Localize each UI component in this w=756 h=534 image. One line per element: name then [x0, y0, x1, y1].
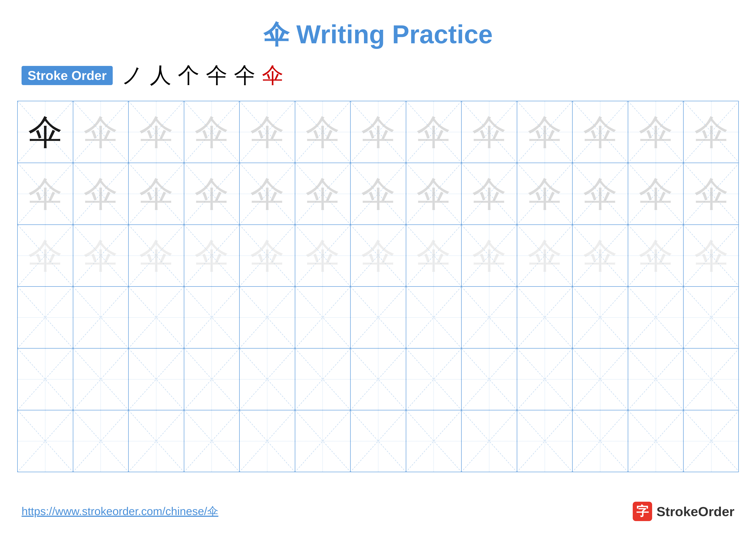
- grid-cell-r1-c7[interactable]: 伞: [351, 101, 406, 163]
- grid-cell-r6-c6[interactable]: [295, 410, 351, 472]
- grid-cell-r4-c10[interactable]: [517, 287, 573, 348]
- grid-cell-r6-c5[interactable]: [240, 410, 295, 472]
- grid-cell-r3-c10[interactable]: 伞: [517, 225, 573, 286]
- grid-cell-r3-c3[interactable]: 伞: [129, 225, 184, 286]
- grid-cell-r2-c10[interactable]: 伞: [517, 163, 573, 224]
- grid-cell-r4-c9[interactable]: [462, 287, 517, 348]
- grid-cell-r2-c12[interactable]: 伞: [628, 163, 684, 224]
- grid-cell-r2-c9[interactable]: 伞: [462, 163, 517, 224]
- grid-cell-r3-c11[interactable]: 伞: [573, 225, 628, 286]
- grid-cell-r6-c7[interactable]: [351, 410, 406, 472]
- grid-cell-r2-c13[interactable]: 伞: [684, 163, 739, 224]
- grid-cell-r1-c13[interactable]: 伞: [684, 101, 739, 163]
- grid-cell-r1-c3[interactable]: 伞: [129, 101, 184, 163]
- svg-line-134: [129, 410, 184, 472]
- grid-cell-r6-c13[interactable]: [684, 410, 739, 472]
- stroke-1: ノ: [121, 61, 143, 90]
- grid-cell-r2-c2[interactable]: 伞: [73, 163, 129, 224]
- svg-line-127: [628, 348, 683, 410]
- grid-cell-r3-c6[interactable]: 伞: [295, 225, 351, 286]
- grid-cell-r1-c11[interactable]: 伞: [573, 101, 628, 163]
- svg-line-132: [73, 410, 128, 472]
- grid-cell-r1-c4[interactable]: 伞: [184, 101, 240, 163]
- grid-cell-r3-c5[interactable]: 伞: [240, 225, 295, 286]
- grid-cell-r5-c4[interactable]: [184, 348, 240, 410]
- grid-cell-r3-c9[interactable]: 伞: [462, 225, 517, 286]
- svg-line-93: [406, 287, 461, 348]
- grid-cell-r5-c1[interactable]: [18, 348, 73, 410]
- grid-cell-r6-c9[interactable]: [462, 410, 517, 472]
- grid-cell-r6-c10[interactable]: [517, 410, 573, 472]
- grid-cell-r6-c3[interactable]: [129, 410, 184, 472]
- cell-char: 伞: [527, 239, 562, 273]
- cell-char: 伞: [305, 115, 340, 149]
- grid-cell-r2-c8[interactable]: 伞: [406, 163, 462, 224]
- grid-cell-r6-c8[interactable]: [406, 410, 462, 472]
- grid-cell-r2-c1[interactable]: 伞: [18, 163, 73, 224]
- grid-cell-r4-c5[interactable]: [240, 287, 295, 348]
- grid-cell-r6-c2[interactable]: [73, 410, 129, 472]
- svg-line-116: [351, 348, 406, 410]
- cell-char: 伞: [28, 115, 63, 149]
- svg-line-85: [184, 287, 239, 348]
- cell-char: 伞: [361, 115, 395, 149]
- grid-cell-r1-c9[interactable]: 伞: [462, 101, 517, 163]
- grid-cell-r4-c3[interactable]: [129, 287, 184, 348]
- grid-cell-r2-c5[interactable]: 伞: [240, 163, 295, 224]
- grid-cell-r3-c8[interactable]: 伞: [406, 225, 462, 286]
- grid-cell-r3-c12[interactable]: 伞: [628, 225, 684, 286]
- grid-cell-r5-c3[interactable]: [129, 348, 184, 410]
- grid-cell-r1-c8[interactable]: 伞: [406, 101, 462, 163]
- grid-cell-r5-c10[interactable]: [517, 348, 573, 410]
- grid-cell-r3-c4[interactable]: 伞: [184, 225, 240, 286]
- grid-cell-r2-c4[interactable]: 伞: [184, 163, 240, 224]
- grid-cell-r4-c12[interactable]: [628, 287, 684, 348]
- grid-cell-r1-c6[interactable]: 伞: [295, 101, 351, 163]
- grid-cell-r3-c2[interactable]: 伞: [73, 225, 129, 286]
- grid-cell-r6-c12[interactable]: [628, 410, 684, 472]
- grid-cell-r5-c2[interactable]: [73, 348, 129, 410]
- grid-cell-r4-c13[interactable]: [684, 287, 739, 348]
- grid-cell-r4-c2[interactable]: [73, 287, 129, 348]
- grid-cell-r5-c13[interactable]: [684, 348, 739, 410]
- grid-cell-r1-c5[interactable]: 伞: [240, 101, 295, 163]
- grid-cell-r5-c7[interactable]: [351, 348, 406, 410]
- grid-cell-r4-c6[interactable]: [295, 287, 351, 348]
- svg-line-87: [240, 287, 295, 348]
- svg-line-126: [628, 348, 683, 410]
- grid-cell-r3-c1[interactable]: 伞: [18, 225, 73, 286]
- grid-cell-r1-c12[interactable]: 伞: [628, 101, 684, 163]
- grid-cell-r4-c11[interactable]: [573, 287, 628, 348]
- grid-cell-r4-c7[interactable]: [351, 287, 406, 348]
- grid-cell-r5-c5[interactable]: [240, 348, 295, 410]
- grid-cell-r2-c7[interactable]: 伞: [351, 163, 406, 224]
- cell-char: 伞: [638, 239, 673, 273]
- stroke-6: 伞: [262, 61, 284, 90]
- grid-cell-r4-c1[interactable]: [18, 287, 73, 348]
- grid-cell-r2-c3[interactable]: 伞: [129, 163, 184, 224]
- grid-cell-r6-c11[interactable]: [573, 410, 628, 472]
- grid-cell-r5-c12[interactable]: [628, 348, 684, 410]
- grid-cell-r2-c6[interactable]: 伞: [295, 163, 351, 224]
- svg-line-102: [684, 287, 739, 348]
- grid-cell-r1-c1[interactable]: 伞: [18, 101, 73, 163]
- grid-cell-r6-c4[interactable]: [184, 410, 240, 472]
- grid-cell-r1-c2[interactable]: 伞: [73, 101, 129, 163]
- grid-cell-r5-c8[interactable]: [406, 348, 462, 410]
- grid-cell-r1-c10[interactable]: 伞: [517, 101, 573, 163]
- stroke-3: 个: [178, 61, 199, 90]
- stroke-4: 仐: [206, 61, 228, 90]
- grid-cell-r3-c13[interactable]: 伞: [684, 225, 739, 286]
- footer-url[interactable]: https://www.strokeorder.com/chinese/伞: [21, 504, 218, 519]
- grid-cell-r4-c8[interactable]: [406, 287, 462, 348]
- svg-line-123: [517, 348, 572, 410]
- grid-cell-r3-c7[interactable]: 伞: [351, 225, 406, 286]
- grid-cell-r5-c6[interactable]: [295, 348, 351, 410]
- grid-cell-r5-c11[interactable]: [573, 348, 628, 410]
- grid-cell-r2-c11[interactable]: 伞: [573, 163, 628, 224]
- cell-char: 伞: [583, 177, 617, 211]
- grid-cell-r6-c1[interactable]: [18, 410, 73, 472]
- grid-cell-r4-c4[interactable]: [184, 287, 240, 348]
- practice-grid[interactable]: 伞 伞 伞 伞 伞 伞 伞 伞: [17, 101, 739, 472]
- grid-cell-r5-c9[interactable]: [462, 348, 517, 410]
